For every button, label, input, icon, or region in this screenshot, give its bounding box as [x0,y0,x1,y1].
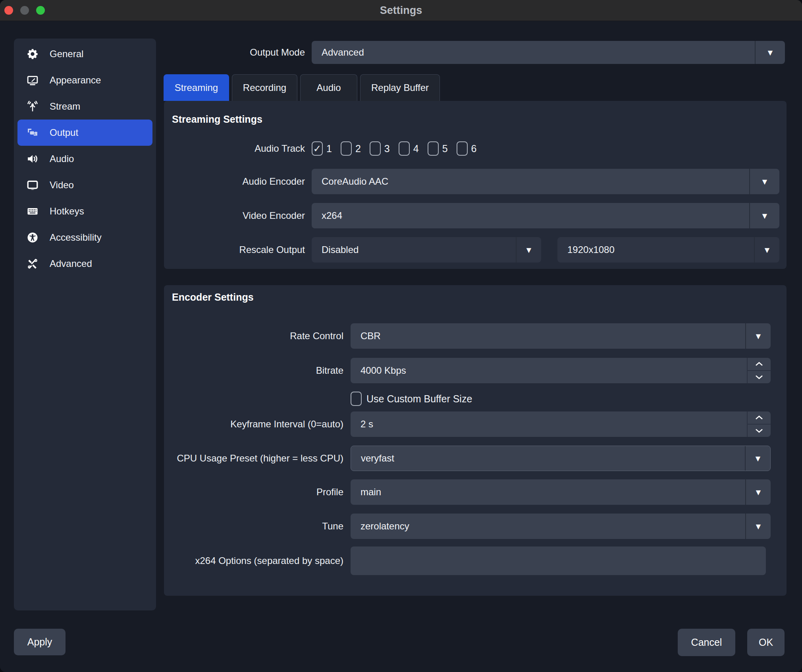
keyframe-interval-spinner[interactable]: 2 s [351,411,771,437]
sidebar-item-video[interactable]: Video [14,172,156,198]
encoder-settings-title: Encoder Settings [172,292,254,303]
keyframe-interval-label: Keyframe Interval (0=auto) [172,411,343,437]
cpu-usage-preset-select[interactable]: veryfast ▼ [351,446,771,471]
audio-track-group: ✓ 1 2 3 4 5 6 [312,140,476,157]
tab-replay-buffer[interactable]: Replay Buffer [360,74,440,101]
appearance-icon [26,73,39,87]
audio-track-label: Audio Track [172,140,305,157]
sidebar-item-label: Advanced [50,258,92,269]
audio-track-6-checkbox[interactable] [457,141,468,156]
video-encoder-label: Video Encoder [172,203,305,228]
output-mode-value: Advanced [322,47,364,58]
tab-recording[interactable]: Recording [232,74,297,101]
use-custom-buffer-label: Use Custom Buffer Size [366,393,472,405]
chevron-down-icon: ▼ [756,332,761,340]
video-encoder-select[interactable]: x264 ▼ [312,203,779,228]
settings-window: Settings General Appearance Stream Outp [0,0,802,672]
rate-control-select[interactable]: CBR ▼ [351,323,771,349]
tab-audio[interactable]: Audio [300,74,357,101]
audio-track-5-checkbox[interactable] [428,141,439,156]
rescale-resolution-select[interactable]: 1920x1080 ▼ [557,237,779,263]
audio-encoder-label: Audio Encoder [172,169,305,194]
chevron-down-icon: ▼ [762,178,767,185]
speaker-icon [26,152,39,166]
monitor-icon [26,178,39,192]
rescale-resolution-value: 1920x1080 [567,244,615,255]
bitrate-spinner[interactable]: 4000 Kbps [351,358,771,383]
audio-encoder-select[interactable]: CoreAudio AAC ▼ [312,169,779,194]
audio-track-1-num: 1 [326,143,332,154]
tools-icon [26,257,39,270]
audio-track-1: ✓ 1 [312,141,332,156]
use-custom-buffer-row: Use Custom Buffer Size [351,391,472,406]
output-mode-select[interactable]: Advanced ▼ [312,41,785,64]
cpu-usage-preset-value: veryfast [361,453,394,464]
settings-sidebar: General Appearance Stream Output Audio [14,39,156,610]
audio-track-6: 6 [457,141,477,156]
audio-track-5-num: 5 [442,143,448,154]
accessibility-icon [26,231,39,244]
chevron-down-icon: ▼ [756,523,761,530]
spin-up-icon[interactable] [748,411,771,425]
rate-control-label: Rate Control [172,323,343,349]
tune-value: zerolatency [361,521,409,532]
tab-streaming[interactable]: Streaming [164,74,229,101]
profile-value: main [361,487,381,498]
sidebar-item-label: General [50,48,83,60]
spin-up-icon[interactable] [748,358,771,371]
ok-button[interactable]: OK [747,629,785,656]
title-bar: Settings [0,0,802,21]
rate-control-value: CBR [361,330,381,342]
keyboard-icon [26,205,39,218]
audio-encoder-value: CoreAudio AAC [322,176,388,187]
cpu-usage-preset-label: CPU Usage Preset (higher = less CPU) [172,446,343,471]
audio-track-2-num: 2 [355,143,361,154]
apply-button[interactable]: Apply [14,629,66,655]
audio-track-4: 4 [399,141,419,156]
sidebar-item-audio[interactable]: Audio [14,146,156,172]
chevron-down-icon: ▼ [526,246,531,254]
audio-track-2-checkbox[interactable] [341,141,352,156]
window-title: Settings [0,0,802,21]
sidebar-item-label: Hotkeys [50,206,84,217]
tune-select[interactable]: zerolatency ▼ [351,514,771,539]
sidebar-item-label: Appearance [50,75,101,86]
spin-down-icon[interactable] [748,425,771,437]
spin-down-icon[interactable] [748,371,771,383]
sidebar-item-output[interactable]: Output [17,120,152,146]
bitrate-label: Bitrate [172,358,343,383]
output-tabs: Streaming Recording Audio Replay Buffer [164,74,440,101]
chevron-down-icon: ▼ [756,455,760,462]
cancel-button[interactable]: Cancel [678,629,735,656]
bitrate-value: 4000 Kbps [361,365,406,376]
sidebar-item-advanced[interactable]: Advanced [14,251,156,277]
sidebar-item-appearance[interactable]: Appearance [14,67,156,93]
rescale-output-label: Rescale Output [172,237,305,263]
streaming-settings-title: Streaming Settings [172,114,262,125]
use-custom-buffer-checkbox[interactable] [351,392,362,406]
sidebar-item-accessibility[interactable]: Accessibility [14,224,156,251]
x264-options-label: x264 Options (separated by space) [172,546,343,575]
audio-track-1-checkbox[interactable]: ✓ [312,141,323,156]
profile-select[interactable]: main ▼ [351,479,771,505]
x264-options-input[interactable] [351,546,766,575]
chevron-down-icon: ▼ [756,489,761,496]
encoder-settings-panel: Encoder Settings Rate Control CBR ▼ Bitr… [164,285,787,596]
antenna-icon [26,100,39,113]
sidebar-item-label: Stream [50,101,80,112]
chevron-down-icon: ▼ [762,212,767,220]
sidebar-item-general[interactable]: General [14,41,156,67]
chevron-down-icon: ▼ [768,49,773,56]
audio-track-4-checkbox[interactable] [399,141,410,156]
audio-track-4-num: 4 [413,143,419,154]
rescale-mode-select[interactable]: Disabled ▼ [312,237,541,263]
sidebar-item-hotkeys[interactable]: Hotkeys [14,198,156,224]
audio-track-5: 5 [428,141,448,156]
audio-track-6-num: 6 [471,143,477,154]
sidebar-item-stream[interactable]: Stream [14,93,156,120]
chevron-down-icon: ▼ [765,246,769,254]
profile-label: Profile [172,479,343,505]
sidebar-item-label: Video [50,180,74,191]
audio-track-3-checkbox[interactable] [370,141,381,156]
keyframe-interval-value: 2 s [361,419,373,430]
